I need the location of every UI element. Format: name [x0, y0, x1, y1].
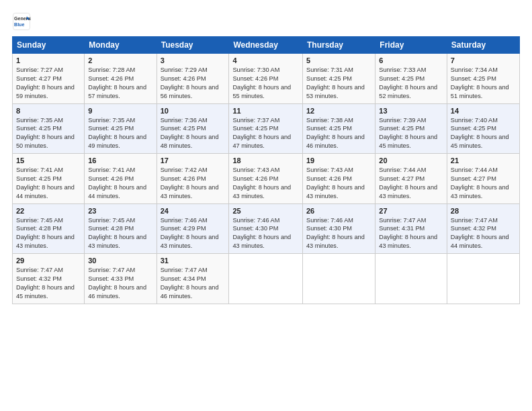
day-info: Sunrise: 7:33 AMSunset: 4:25 PMDaylight:… — [379, 66, 437, 99]
week-row-5: 29 Sunrise: 7:47 AMSunset: 4:32 PMDaylig… — [13, 254, 520, 304]
calendar-cell: 9 Sunrise: 7:35 AMSunset: 4:25 PMDayligh… — [85, 103, 157, 154]
week-row-4: 22 Sunrise: 7:45 AMSunset: 4:28 PMDaylig… — [13, 203, 520, 254]
calendar-cell — [447, 254, 519, 304]
calendar-cell: 1 Sunrise: 7:27 AMSunset: 4:27 PMDayligh… — [13, 54, 85, 104]
day-info: Sunrise: 7:43 AMSunset: 4:26 PMDaylight:… — [232, 167, 291, 199]
day-info: Sunrise: 7:45 AMSunset: 4:28 PMDaylight:… — [16, 217, 75, 250]
day-number: 25 — [232, 207, 299, 215]
calendar-table: SundayMondayTuesdayWednesdayThursdayFrid… — [12, 36, 520, 304]
calendar-cell: 19 Sunrise: 7:43 AMSunset: 4:26 PMDaylig… — [303, 154, 375, 204]
day-info: Sunrise: 7:44 AMSunset: 4:27 PMDaylight:… — [451, 167, 509, 199]
day-number: 15 — [16, 156, 81, 165]
calendar-cell — [375, 254, 447, 304]
header: General Blue — [12, 12, 520, 31]
day-number: 21 — [451, 156, 516, 165]
calendar-cell: 28 Sunrise: 7:47 AMSunset: 4:32 PMDaylig… — [447, 203, 519, 254]
calendar-cell: 2 Sunrise: 7:28 AMSunset: 4:26 PMDayligh… — [85, 54, 157, 104]
calendar-cell: 20 Sunrise: 7:44 AMSunset: 4:27 PMDaylig… — [375, 154, 447, 204]
day-info: Sunrise: 7:38 AMSunset: 4:25 PMDaylight:… — [306, 117, 365, 150]
day-info: Sunrise: 7:46 AMSunset: 4:30 PMDaylight:… — [232, 217, 291, 250]
day-number: 17 — [161, 156, 226, 165]
day-info: Sunrise: 7:29 AMSunset: 4:26 PMDaylight:… — [161, 66, 219, 99]
day-number: 6 — [379, 56, 443, 64]
calendar-cell: 25 Sunrise: 7:46 AMSunset: 4:30 PMDaylig… — [229, 203, 303, 254]
calendar-cell: 8 Sunrise: 7:35 AMSunset: 4:25 PMDayligh… — [13, 103, 85, 154]
day-info: Sunrise: 7:47 AMSunset: 4:33 PMDaylight:… — [88, 267, 146, 300]
calendar-cell: 3 Sunrise: 7:29 AMSunset: 4:26 PMDayligh… — [157, 54, 229, 104]
calendar-cell: 16 Sunrise: 7:41 AMSunset: 4:26 PMDaylig… — [85, 154, 157, 204]
day-number: 5 — [306, 56, 371, 64]
day-number: 23 — [88, 207, 152, 215]
day-number: 24 — [161, 207, 226, 215]
header-row: SundayMondayTuesdayWednesdayThursdayFrid… — [13, 37, 520, 54]
logo: General Blue — [12, 12, 31, 31]
calendar-cell: 21 Sunrise: 7:44 AMSunset: 4:27 PMDaylig… — [447, 154, 519, 204]
day-number: 16 — [88, 156, 152, 165]
week-row-3: 15 Sunrise: 7:41 AMSunset: 4:25 PMDaylig… — [13, 154, 520, 204]
day-header-thursday: Thursday — [303, 37, 375, 54]
calendar-cell — [303, 254, 375, 304]
day-info: Sunrise: 7:40 AMSunset: 4:25 PMDaylight:… — [451, 117, 509, 150]
day-number: 3 — [161, 56, 226, 64]
day-info: Sunrise: 7:46 AMSunset: 4:30 PMDaylight:… — [306, 217, 365, 250]
calendar-cell: 17 Sunrise: 7:42 AMSunset: 4:26 PMDaylig… — [157, 154, 229, 204]
calendar-cell: 30 Sunrise: 7:47 AMSunset: 4:33 PMDaylig… — [85, 254, 157, 304]
day-info: Sunrise: 7:43 AMSunset: 4:26 PMDaylight:… — [306, 167, 365, 199]
day-number: 4 — [232, 56, 299, 64]
day-number: 14 — [451, 107, 516, 115]
day-number: 13 — [379, 107, 443, 115]
day-info: Sunrise: 7:31 AMSunset: 4:25 PMDaylight:… — [306, 66, 365, 99]
day-header-monday: Monday — [85, 37, 157, 54]
day-number: 9 — [88, 107, 152, 115]
calendar-cell: 24 Sunrise: 7:46 AMSunset: 4:29 PMDaylig… — [157, 203, 229, 254]
logo-icon: General Blue — [12, 12, 31, 31]
day-info: Sunrise: 7:39 AMSunset: 4:25 PMDaylight:… — [379, 117, 437, 150]
calendar-cell: 26 Sunrise: 7:46 AMSunset: 4:30 PMDaylig… — [303, 203, 375, 254]
calendar-cell: 13 Sunrise: 7:39 AMSunset: 4:25 PMDaylig… — [375, 103, 447, 154]
day-number: 18 — [232, 156, 299, 165]
day-info: Sunrise: 7:42 AMSunset: 4:26 PMDaylight:… — [161, 167, 219, 199]
day-number: 28 — [451, 207, 516, 215]
day-info: Sunrise: 7:35 AMSunset: 4:25 PMDaylight:… — [88, 117, 146, 150]
calendar-cell: 15 Sunrise: 7:41 AMSunset: 4:25 PMDaylig… — [13, 154, 85, 204]
day-number: 29 — [16, 257, 81, 265]
day-header-wednesday: Wednesday — [229, 37, 303, 54]
calendar-cell — [229, 254, 303, 304]
day-info: Sunrise: 7:35 AMSunset: 4:25 PMDaylight:… — [16, 117, 75, 150]
week-row-2: 8 Sunrise: 7:35 AMSunset: 4:25 PMDayligh… — [13, 103, 520, 154]
svg-text:Blue: Blue — [14, 22, 24, 27]
day-header-saturday: Saturday — [447, 37, 519, 54]
day-info: Sunrise: 7:47 AMSunset: 4:31 PMDaylight:… — [379, 217, 437, 250]
calendar-cell: 6 Sunrise: 7:33 AMSunset: 4:25 PMDayligh… — [375, 54, 447, 104]
day-number: 1 — [16, 56, 81, 64]
day-info: Sunrise: 7:37 AMSunset: 4:25 PMDaylight:… — [232, 117, 291, 150]
day-info: Sunrise: 7:30 AMSunset: 4:26 PMDaylight:… — [232, 66, 291, 99]
day-header-sunday: Sunday — [13, 37, 85, 54]
day-number: 2 — [88, 56, 152, 64]
day-number: 20 — [379, 156, 443, 165]
day-number: 11 — [232, 107, 299, 115]
calendar-cell: 4 Sunrise: 7:30 AMSunset: 4:26 PMDayligh… — [229, 54, 303, 104]
day-info: Sunrise: 7:41 AMSunset: 4:25 PMDaylight:… — [16, 167, 75, 199]
svg-rect-0 — [13, 13, 30, 30]
day-info: Sunrise: 7:47 AMSunset: 4:32 PMDaylight:… — [451, 217, 509, 250]
week-row-1: 1 Sunrise: 7:27 AMSunset: 4:27 PMDayligh… — [13, 54, 520, 104]
day-number: 27 — [379, 207, 443, 215]
day-header-friday: Friday — [375, 37, 447, 54]
calendar-cell: 12 Sunrise: 7:38 AMSunset: 4:25 PMDaylig… — [303, 103, 375, 154]
day-info: Sunrise: 7:44 AMSunset: 4:27 PMDaylight:… — [379, 167, 437, 199]
calendar-cell: 5 Sunrise: 7:31 AMSunset: 4:25 PMDayligh… — [303, 54, 375, 104]
calendar-cell: 10 Sunrise: 7:36 AMSunset: 4:25 PMDaylig… — [157, 103, 229, 154]
day-number: 7 — [451, 56, 516, 64]
day-number: 10 — [161, 107, 226, 115]
day-info: Sunrise: 7:47 AMSunset: 4:32 PMDaylight:… — [16, 267, 75, 300]
calendar-cell: 7 Sunrise: 7:34 AMSunset: 4:25 PMDayligh… — [447, 54, 519, 104]
calendar-cell: 23 Sunrise: 7:45 AMSunset: 4:28 PMDaylig… — [85, 203, 157, 254]
day-header-tuesday: Tuesday — [157, 37, 229, 54]
day-number: 26 — [306, 207, 371, 215]
day-number: 31 — [161, 257, 226, 265]
calendar-cell: 11 Sunrise: 7:37 AMSunset: 4:25 PMDaylig… — [229, 103, 303, 154]
day-info: Sunrise: 7:34 AMSunset: 4:25 PMDaylight:… — [451, 66, 509, 99]
day-number: 12 — [306, 107, 371, 115]
calendar-cell: 18 Sunrise: 7:43 AMSunset: 4:26 PMDaylig… — [229, 154, 303, 204]
